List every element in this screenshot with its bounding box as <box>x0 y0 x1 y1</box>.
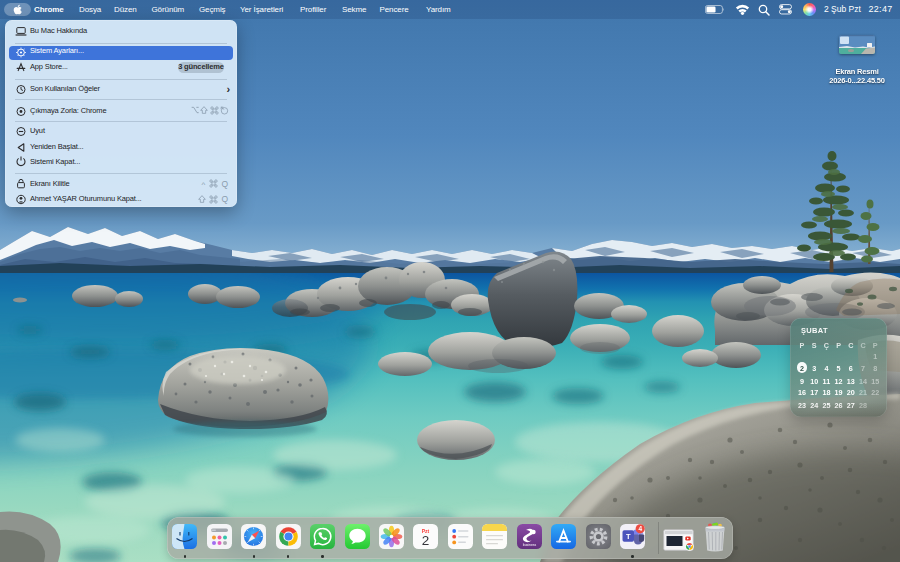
svg-text:4: 4 <box>638 525 642 532</box>
svg-text:2: 2 <box>422 533 430 548</box>
svg-text:business: business <box>522 543 536 547</box>
svg-text:T: T <box>626 532 631 541</box>
